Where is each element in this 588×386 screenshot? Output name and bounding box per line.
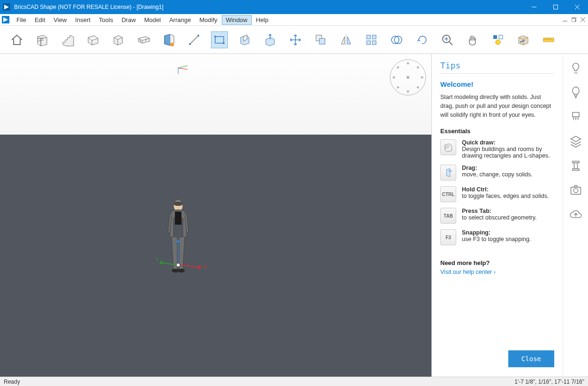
menu-tools[interactable]: Tools <box>95 15 117 25</box>
rotate-button[interactable] <box>414 31 430 48</box>
rectangle-button[interactable] <box>211 31 228 48</box>
menu-app-icon[interactable] <box>2 16 9 23</box>
essential-quickdraw-title: Quick draw: <box>462 139 496 146</box>
app-icon <box>3 3 10 11</box>
svg-marker-45 <box>407 61 409 64</box>
help-section: Need more help? Visit our help center › <box>440 259 554 275</box>
ctrl-key-icon: CTRL <box>440 186 456 202</box>
svg-line-40 <box>178 66 188 68</box>
stairs-button[interactable] <box>59 31 76 48</box>
svg-marker-52 <box>416 86 419 89</box>
menu-arrange[interactable]: Arrange <box>165 15 195 25</box>
svg-marker-64 <box>176 239 181 242</box>
svg-point-17 <box>223 42 225 44</box>
boolean-button[interactable] <box>388 31 405 48</box>
svg-point-65 <box>176 263 180 267</box>
svg-point-14 <box>197 35 199 37</box>
floor-button[interactable] <box>84 31 101 48</box>
svg-marker-47 <box>392 76 395 79</box>
tips-title: Tips <box>440 61 554 70</box>
essential-ctrl-text: to toggle faces, edges and solids. <box>462 193 549 199</box>
menubar: File Edit View Insert Tools Draw Model A… <box>0 14 588 26</box>
mdi-restore-icon[interactable] <box>570 16 578 23</box>
column-icon[interactable] <box>569 159 582 172</box>
svg-marker-49 <box>397 66 400 69</box>
svg-rect-24 <box>372 41 376 45</box>
menu-modify[interactable]: Modify <box>195 15 221 25</box>
extrude-button[interactable] <box>262 31 279 48</box>
svg-rect-70 <box>573 169 579 171</box>
copy-button[interactable] <box>312 31 329 48</box>
svg-rect-69 <box>574 163 577 169</box>
camera-icon[interactable] <box>569 183 582 197</box>
tips-divider <box>440 73 554 74</box>
balloon-icon[interactable] <box>569 86 582 99</box>
essential-drag-text: move, change, copy solids. <box>462 171 533 178</box>
tips-close-button[interactable]: Close <box>508 350 554 367</box>
tab-key-icon: TAB <box>440 208 456 224</box>
quickdraw-icon <box>440 139 456 155</box>
menu-edit[interactable]: Edit <box>30 15 49 25</box>
view-compass[interactable] <box>389 59 427 96</box>
svg-line-28 <box>449 42 452 45</box>
svg-line-12 <box>190 36 198 44</box>
cloud-icon[interactable] <box>569 208 582 221</box>
column-button[interactable] <box>135 31 152 48</box>
viewport[interactable]: X Y <box>0 54 431 377</box>
svg-point-44 <box>407 76 409 79</box>
pan-button[interactable] <box>464 31 481 48</box>
menu-window[interactable]: Window <box>222 15 252 25</box>
menu-view[interactable]: View <box>49 15 71 25</box>
zoom-button[interactable] <box>439 31 456 48</box>
measure-button[interactable] <box>540 31 557 48</box>
help-center-link[interactable]: Visit our help center › <box>440 269 496 275</box>
svg-point-13 <box>189 43 191 45</box>
menu-file[interactable]: File <box>12 15 30 25</box>
svg-point-66 <box>573 87 579 94</box>
wall-left-button[interactable] <box>160 31 177 48</box>
close-button[interactable] <box>566 0 588 14</box>
wall-button[interactable] <box>34 31 51 48</box>
status-text: Ready <box>4 378 514 385</box>
drag-icon <box>440 165 456 181</box>
mirror-button[interactable] <box>338 31 354 48</box>
bulb-icon[interactable] <box>569 61 582 75</box>
tips-intro: Start modeling directly with solids. Jus… <box>440 93 554 119</box>
svg-marker-46 <box>407 91 409 93</box>
materials-button[interactable] <box>515 31 532 48</box>
window-title: BricsCAD Shape (NOT FOR RESALE License) … <box>14 4 523 10</box>
tips-welcome: Welcome! <box>440 80 554 88</box>
svg-point-11 <box>170 43 174 46</box>
layers-icon[interactable] <box>569 135 582 148</box>
home-button[interactable] <box>8 31 25 48</box>
svg-rect-31 <box>493 35 497 39</box>
tips-panel: Tips Welcome! Start modeling directly wi… <box>431 54 563 377</box>
essential-drag: Drag:move, change, copy solids. <box>440 165 554 181</box>
svg-marker-51 <box>397 86 400 89</box>
essential-f3: F3 Snapping:use F3 to toggle snapping. <box>440 229 554 245</box>
array-button[interactable] <box>363 31 380 48</box>
maximize-button[interactable] <box>545 0 566 14</box>
minimize-button[interactable] <box>523 0 545 14</box>
brush-icon[interactable] <box>569 110 582 123</box>
move-button[interactable] <box>287 31 304 48</box>
push-pull-button[interactable] <box>236 31 253 48</box>
svg-point-72 <box>573 189 578 193</box>
essentials-title: Essentials <box>440 128 554 135</box>
axis-gizmo[interactable]: X Y <box>155 237 211 274</box>
mdi-minimize-icon[interactable] <box>561 16 569 23</box>
light-button[interactable] <box>490 31 506 48</box>
svg-rect-32 <box>499 35 503 39</box>
status-coordinates: 1'-7 1/8", 1/16", 17'-11 7/16" <box>514 378 584 385</box>
svg-marker-58 <box>199 265 202 270</box>
box-button[interactable] <box>110 31 127 48</box>
menu-insert[interactable]: Insert <box>71 15 95 25</box>
menu-model[interactable]: Model <box>140 15 165 25</box>
menu-draw[interactable]: Draw <box>117 15 140 25</box>
svg-rect-8 <box>572 18 575 22</box>
line-button[interactable] <box>186 31 203 48</box>
svg-rect-15 <box>215 37 224 43</box>
menu-help[interactable]: Help <box>252 15 273 25</box>
mdi-close-icon[interactable] <box>579 16 587 23</box>
svg-marker-48 <box>421 76 424 79</box>
